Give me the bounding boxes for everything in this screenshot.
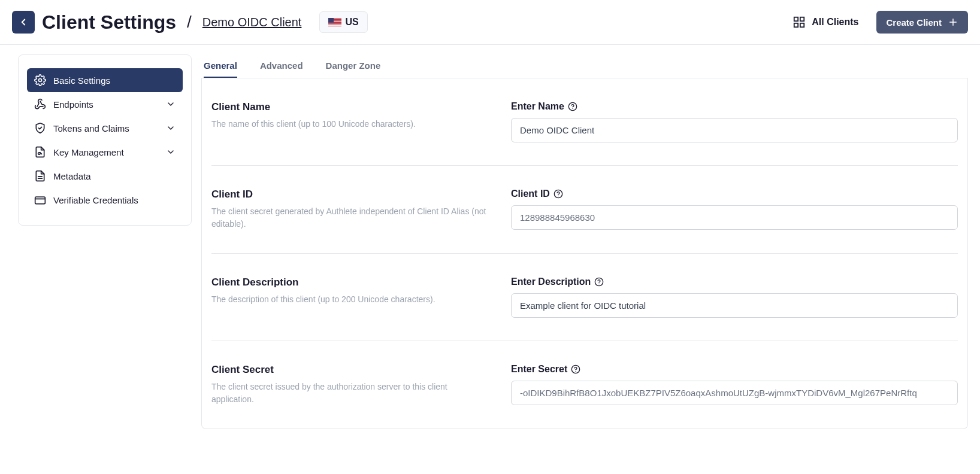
chevron-down-icon (166, 147, 176, 157)
gear-icon (34, 74, 46, 86)
help-icon[interactable] (594, 277, 604, 287)
sidebar-item-label: Tokens and Claims (53, 123, 129, 133)
field-label: Client ID (511, 189, 958, 199)
form-title: Client Secret (211, 364, 487, 376)
all-clients-link[interactable]: All Clients (793, 16, 858, 29)
plus-icon (948, 17, 958, 28)
field-label: Enter Description (511, 276, 958, 287)
help-icon[interactable] (571, 364, 580, 374)
body: Basic Settings Endpoints Tokens and Clai… (0, 45, 980, 453)
form-title: Client ID (211, 189, 487, 200)
form-row-client-secret: Client Secret The client secret issued b… (211, 341, 958, 429)
sidebar-item-metadata[interactable]: Metadata (27, 164, 183, 188)
sidebar-item-verifiable-credentials[interactable]: Verifiable Credentials (27, 188, 183, 212)
header-left: Client Settings / Demo OIDC Client US (12, 11, 368, 34)
client-name-link[interactable]: Demo OIDC Client (202, 16, 302, 29)
svg-rect-1 (800, 17, 804, 21)
svg-point-6 (39, 79, 42, 82)
tab-danger-zone[interactable]: Danger Zone (326, 54, 381, 78)
sidebar-item-label: Key Management (53, 147, 124, 157)
sidebar-item-label: Metadata (53, 171, 91, 181)
back-button[interactable] (12, 11, 35, 34)
key-file-icon (34, 146, 46, 158)
client-secret-input (511, 381, 958, 405)
region-badge[interactable]: US (319, 11, 367, 33)
chevron-down-icon (166, 99, 176, 109)
help-icon[interactable] (568, 102, 577, 111)
svg-rect-0 (794, 17, 798, 21)
form-desc: The client secret generated by Authlete … (211, 205, 487, 230)
sidebar-item-key-management[interactable]: Key Management (27, 140, 183, 164)
sidebar-item-endpoints[interactable]: Endpoints (27, 92, 183, 116)
svg-rect-10 (35, 197, 46, 204)
sidebar-item-label: Endpoints (53, 99, 93, 110)
form-row-client-id: Client ID The client secret generated by… (211, 166, 958, 254)
tab-advanced[interactable]: Advanced (260, 54, 303, 78)
grid-icon (793, 16, 806, 29)
file-text-icon (34, 170, 46, 182)
header-right: All Clients Create Client (793, 11, 968, 34)
sidebar: Basic Settings Endpoints Tokens and Clai… (18, 54, 192, 226)
field-label: Enter Name (511, 101, 958, 112)
tabs: General Advanced Danger Zone (201, 54, 968, 78)
svg-rect-2 (800, 23, 804, 27)
form-panel: Client Name The name of this client (up … (201, 78, 968, 429)
svg-rect-3 (794, 23, 798, 27)
help-icon[interactable] (553, 189, 563, 199)
sidebar-item-label: Basic Settings (53, 75, 110, 86)
client-name-input[interactable] (511, 118, 958, 142)
webhook-icon (34, 98, 46, 110)
page-title: Client Settings (42, 11, 176, 34)
client-description-input[interactable] (511, 293, 958, 318)
shield-check-icon (34, 122, 46, 134)
us-flag-icon (328, 18, 341, 26)
chevron-down-icon (166, 123, 176, 133)
chevron-left-icon (18, 17, 29, 28)
client-id-input (511, 205, 958, 230)
create-client-button[interactable]: Create Client (876, 11, 968, 34)
form-title: Client Name (211, 101, 487, 113)
form-row-client-name: Client Name The name of this client (up … (211, 78, 958, 166)
form-title: Client Description (211, 276, 487, 288)
breadcrumb-separator: / (187, 13, 192, 32)
all-clients-label: All Clients (812, 17, 858, 28)
create-client-label: Create Client (886, 17, 942, 28)
wallet-icon (34, 194, 46, 206)
form-desc: The description of this client (up to 20… (211, 293, 487, 306)
tab-general[interactable]: General (204, 54, 237, 78)
main-content: General Advanced Danger Zone Client Name… (201, 54, 968, 429)
region-code: US (345, 17, 358, 28)
field-label: Enter Secret (511, 364, 958, 375)
form-desc: The client secret issued by the authoriz… (211, 381, 487, 406)
sidebar-item-label: Verifiable Credentials (53, 195, 138, 205)
sidebar-item-basic-settings[interactable]: Basic Settings (27, 68, 183, 92)
form-desc: The name of this client (up to 100 Unico… (211, 118, 487, 130)
form-row-client-description: Client Description The description of th… (211, 254, 958, 341)
page-header: Client Settings / Demo OIDC Client US Al… (0, 0, 980, 45)
sidebar-item-tokens-and-claims[interactable]: Tokens and Claims (27, 116, 183, 140)
